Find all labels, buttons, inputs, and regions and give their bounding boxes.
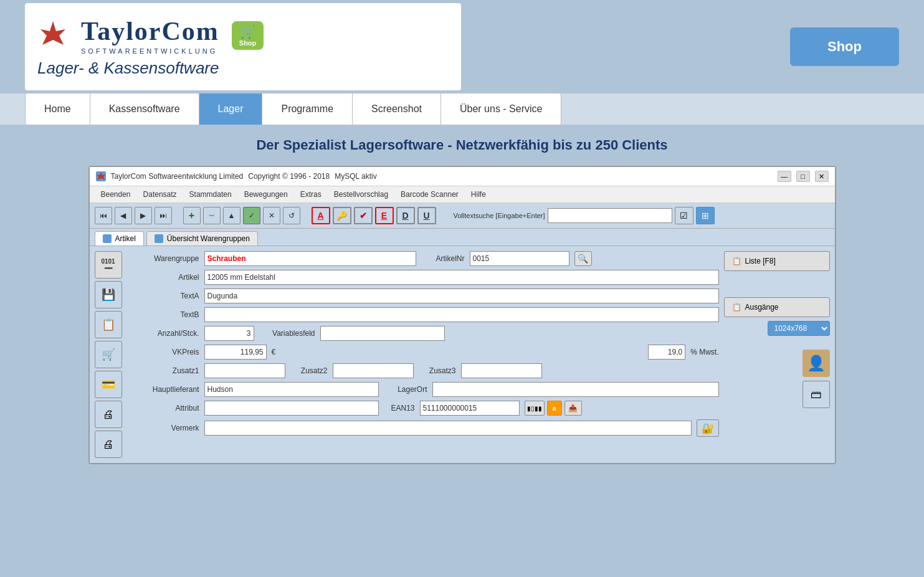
zusatz3-input[interactable] xyxy=(461,363,542,378)
anzahl-input[interactable] xyxy=(204,326,254,341)
nav-kassensoftware[interactable]: Kassensoftware xyxy=(90,93,199,125)
lagerort-input[interactable] xyxy=(432,382,719,397)
svg-marker-1 xyxy=(97,172,105,180)
sidebar-save-btn[interactable]: 💾 xyxy=(95,281,122,308)
barcode-icon[interactable]: ▮▯▮▮ xyxy=(525,401,545,416)
nav-home[interactable]: Home xyxy=(25,93,90,125)
sidebar-scanner-btn[interactable]: 🖨 xyxy=(95,431,122,458)
U-button[interactable]: U xyxy=(417,207,436,224)
nav-programme[interactable]: Programme xyxy=(262,93,353,125)
copyright-text: Copyright © 1996 - 2018 xyxy=(248,172,330,181)
sidebar-payment-btn[interactable]: 💳 xyxy=(95,371,122,398)
storage-icon-row: 🗃 xyxy=(724,381,830,408)
tab-artikel[interactable]: Artikel xyxy=(95,231,144,246)
menu-bestellvorschlag[interactable]: Bestellvorschlag xyxy=(328,189,394,200)
app-icon xyxy=(96,171,106,181)
play-button[interactable]: ▶ xyxy=(135,207,152,224)
resolution-row: 1024x768 800x600 1280x800 1920x1080 xyxy=(724,321,830,336)
menu-barcode-scanner[interactable]: Barcode Scanner xyxy=(394,189,465,200)
hauptlieferant-input[interactable] xyxy=(204,382,379,397)
textA-input[interactable] xyxy=(204,288,719,303)
vermerk-label: Vermerk xyxy=(131,424,199,432)
svg-marker-0 xyxy=(40,21,65,45)
zusatz2-input[interactable] xyxy=(333,363,414,378)
variablesfeld-input[interactable] xyxy=(320,326,445,341)
nav-ueber-uns[interactable]: Über uns - Service xyxy=(441,93,562,125)
page-content: Der Spezialist Lagersoftware - Netzwerkf… xyxy=(0,125,924,477)
menu-datensatz[interactable]: Datensatz xyxy=(137,189,183,200)
check-button[interactable]: ✓ xyxy=(243,207,260,224)
ausgaenge-button[interactable]: 📋 Ausgänge xyxy=(724,297,830,317)
add-button[interactable]: + xyxy=(183,207,201,224)
artikel-input[interactable] xyxy=(204,270,719,285)
sidebar-barcode-btn[interactable]: 0101━━ xyxy=(95,251,122,279)
textB-row: TextB xyxy=(131,307,719,322)
search-label: Volltextsuche [Eingabe+Enter] xyxy=(454,212,545,219)
ean13-input[interactable] xyxy=(420,401,520,416)
export-button[interactable]: 📤 xyxy=(564,401,582,416)
checklist-button[interactable]: ☑ xyxy=(675,207,693,224)
shop-button[interactable]: Shop xyxy=(790,27,899,66)
maximize-button[interactable]: □ xyxy=(796,171,810,182)
up-button[interactable]: ▲ xyxy=(223,207,241,224)
ausgaenge-label: Ausgänge xyxy=(745,303,779,312)
font-A-button[interactable]: A xyxy=(312,207,330,224)
sidebar-print-btn[interactable]: 🖨 xyxy=(95,401,122,428)
user-avatar-row: 👤 xyxy=(724,350,830,377)
remove-button[interactable]: − xyxy=(203,207,221,224)
textA-label: TextA xyxy=(131,292,199,300)
mwst-label: % Mwst. xyxy=(690,348,718,356)
search-button[interactable]: 🔍 xyxy=(574,251,592,266)
liste-button[interactable]: 📋 Liste [F8] xyxy=(724,251,830,271)
sidebar-list-btn[interactable]: 📋 xyxy=(95,311,122,338)
D-button[interactable]: D xyxy=(396,207,415,224)
minimize-button[interactable]: — xyxy=(778,171,791,182)
storage-button[interactable]: 🗃 xyxy=(803,381,830,408)
nav-screenshot[interactable]: Screenshot xyxy=(353,93,441,125)
mysql-status: MySQL aktiv xyxy=(335,172,377,181)
vermerk-icon-btn[interactable]: 🔐 xyxy=(697,419,719,437)
menu-hilfe[interactable]: Hilfe xyxy=(465,189,492,200)
menu-stammdaten[interactable]: Stammdaten xyxy=(183,189,238,200)
shop-badge-label: Shop xyxy=(239,39,257,47)
euro-symbol: € xyxy=(272,348,276,356)
artikelnr-label: ArtikelNr xyxy=(421,254,465,263)
amazon-button[interactable]: a xyxy=(547,401,562,416)
grid-button[interactable]: ⊞ xyxy=(696,207,715,224)
user-avatar[interactable]: 👤 xyxy=(803,350,830,377)
cancel-button[interactable]: ✕ xyxy=(263,207,280,224)
first-record-button[interactable]: ⏮ xyxy=(95,207,112,224)
vkpreis-input[interactable] xyxy=(204,345,267,360)
form-main: Warengruppe ArtikelNr 🔍 Artikel TextA xyxy=(131,251,719,458)
ean13-label: EAN13 xyxy=(384,404,415,412)
refresh-button[interactable]: ↺ xyxy=(283,207,300,224)
last-record-button[interactable]: ⏭ xyxy=(155,207,172,224)
right-panel: 📋 Liste [F8] 📋 Ausgänge 1024x768 800x600… xyxy=(724,251,830,458)
vermerk-input[interactable] xyxy=(204,421,692,436)
attribut-row: Attribut EAN13 ▮▯▮▮ a 📤 xyxy=(131,401,719,416)
prev-record-button[interactable]: ◀ xyxy=(115,207,132,224)
zusatz1-input[interactable] xyxy=(204,363,285,378)
search-input[interactable] xyxy=(548,208,672,223)
attribut-label: Attribut xyxy=(131,404,199,412)
anzahl-label: Anzahl/Stck. xyxy=(131,329,199,338)
menu-extras[interactable]: Extras xyxy=(294,189,328,200)
E-button[interactable]: E xyxy=(375,207,394,224)
close-button[interactable]: ✕ xyxy=(815,171,829,182)
menu-bewegungen[interactable]: Bewegungen xyxy=(238,189,294,200)
maple-leaf-icon xyxy=(37,20,69,51)
artikelnr-input[interactable] xyxy=(470,251,569,266)
menu-beenden[interactable]: Beenden xyxy=(95,189,137,200)
warengruppe-input[interactable] xyxy=(204,251,416,266)
mwst-input[interactable] xyxy=(648,345,685,360)
tick-button[interactable]: ✔ xyxy=(354,207,373,224)
attribut-input[interactable] xyxy=(204,401,379,416)
zusatz2-label: Zusatz2 xyxy=(290,366,328,375)
sidebar-cart-btn[interactable]: 🛒 xyxy=(95,341,122,368)
key-button[interactable]: 🔑 xyxy=(333,207,351,224)
resolution-select[interactable]: 1024x768 800x600 1280x800 1920x1080 xyxy=(768,321,830,336)
tab-uebersicht-warengruppen[interactable]: Übersicht Warengruppen xyxy=(146,231,258,246)
textB-input[interactable] xyxy=(204,307,719,322)
liste-label: Liste [F8] xyxy=(745,257,776,265)
nav-lager[interactable]: Lager xyxy=(199,93,263,125)
